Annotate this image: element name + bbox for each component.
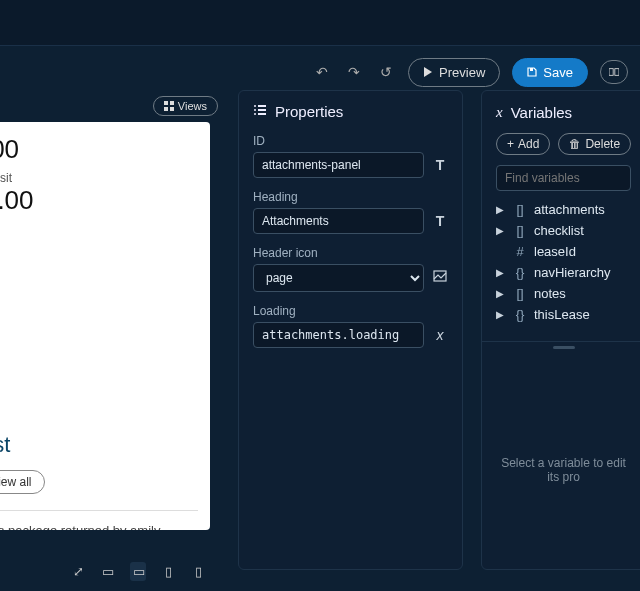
preview-canvas[interactable]: 00.00 rity deposit 000.00 Watchlist Add …	[0, 122, 210, 530]
tree-node[interactable]: ▶{}navHierarchy	[490, 262, 637, 283]
svg-rect-4	[164, 101, 168, 105]
svg-rect-3	[615, 69, 619, 76]
properties-panel: Properties ID T Heading T Header icon pa…	[238, 90, 463, 570]
field-label-id: ID	[253, 134, 448, 148]
svg-marker-0	[424, 67, 432, 77]
views-label: Views	[178, 100, 207, 112]
expand-icon[interactable]: ⤢	[70, 564, 86, 579]
array-icon: []	[512, 286, 528, 301]
svg-point-12	[254, 113, 256, 115]
tree-node[interactable]: ▶[]notes	[490, 283, 637, 304]
loading-input[interactable]	[253, 322, 424, 348]
top-bar	[0, 0, 640, 46]
heading-input[interactable]	[253, 208, 424, 234]
field-label-headericon: Header icon	[253, 246, 448, 260]
trash-icon: 🗑	[569, 137, 581, 151]
tree-node[interactable]: ▶{}thisLease	[490, 304, 637, 325]
drag-handle[interactable]	[553, 346, 575, 349]
expression-type-icon[interactable]: x	[432, 327, 448, 344]
watchlist-viewall-button[interactable]: View all	[0, 470, 45, 494]
canvas-column: Views 00.00 rity deposit 000.00 Watchlis…	[0, 78, 228, 591]
find-variables-input[interactable]	[496, 165, 631, 191]
variables-empty-text: Select a variable to edit its pro	[482, 456, 640, 484]
list-icon	[253, 103, 267, 120]
variables-tree: ▶[]attachments ▶[]checklist #leaseId ▶{}…	[482, 199, 640, 335]
chevron-right-icon: ▶	[496, 267, 506, 278]
deposit-label: rity deposit	[0, 171, 198, 185]
chevron-right-icon: ▶	[496, 288, 506, 299]
laptop-icon[interactable]: ▭	[130, 562, 146, 581]
headericon-select[interactable]: page	[253, 264, 424, 292]
svg-rect-13	[258, 113, 266, 115]
main-area: Views 00.00 rity deposit 000.00 Watchlis…	[0, 78, 640, 591]
var-name: notes	[534, 286, 566, 301]
var-name: checklist	[534, 223, 584, 238]
chevron-right-icon: ▶	[496, 204, 506, 215]
var-name: navHierarchy	[534, 265, 611, 280]
svg-point-8	[254, 105, 256, 107]
variables-title: Variables	[511, 104, 572, 121]
amount-value-0: 00.00	[0, 134, 19, 164]
svg-rect-2	[609, 69, 613, 76]
watchlist-heading: Watchlist	[0, 432, 210, 458]
watchlist-note: Recertification package returned by amil…	[0, 515, 210, 530]
var-name: thisLease	[534, 307, 590, 322]
tree-node[interactable]: ▶[]attachments	[490, 199, 637, 220]
variables-detail: Select a variable to edit its pro	[482, 341, 640, 569]
image-type-icon[interactable]	[432, 270, 448, 286]
var-name: attachments	[534, 202, 605, 217]
desktop-icon[interactable]: ▭	[100, 564, 116, 579]
tree-node[interactable]: ▶[]checklist	[490, 220, 637, 241]
chevron-right-icon: ▶	[496, 309, 506, 320]
views-button[interactable]: Views	[153, 96, 218, 116]
svg-rect-1	[530, 68, 533, 71]
var-name: leaseId	[534, 244, 576, 259]
device-toolbar: ⤢ ▭ ▭ ▯ ▯	[70, 562, 206, 581]
svg-rect-7	[170, 107, 174, 111]
chevron-right-icon: ▶	[496, 225, 506, 236]
text-type-icon[interactable]: T	[432, 213, 448, 230]
divider	[0, 510, 198, 511]
plus-icon: +	[507, 137, 514, 151]
object-icon: {}	[512, 265, 528, 280]
object-icon: {}	[512, 307, 528, 322]
svg-rect-5	[170, 101, 174, 105]
svg-rect-9	[258, 105, 266, 107]
add-var-label: Add	[518, 137, 539, 151]
properties-title: Properties	[275, 103, 343, 120]
tablet-icon[interactable]: ▯	[160, 564, 176, 579]
tree-node[interactable]: #leaseId	[490, 241, 637, 262]
phone-icon[interactable]: ▯	[190, 564, 206, 579]
svg-rect-6	[164, 107, 168, 111]
variable-icon: x	[496, 103, 503, 121]
delete-var-label: Delete	[585, 137, 620, 151]
svg-point-10	[254, 109, 256, 111]
variables-panel: x Variables + Add 🗑 Delete ▶[]attachment…	[481, 90, 640, 570]
number-icon: #	[512, 244, 528, 259]
text-type-icon[interactable]: T	[432, 157, 448, 174]
array-icon: []	[512, 202, 528, 217]
svg-rect-11	[258, 109, 266, 111]
id-input[interactable]	[253, 152, 424, 178]
delete-variable-button[interactable]: 🗑 Delete	[558, 133, 631, 155]
field-label-loading: Loading	[253, 304, 448, 318]
svg-rect-14	[434, 271, 446, 281]
array-icon: []	[512, 223, 528, 238]
add-variable-button[interactable]: + Add	[496, 133, 550, 155]
field-label-heading: Heading	[253, 190, 448, 204]
deposit-value: 000.00	[0, 185, 198, 216]
